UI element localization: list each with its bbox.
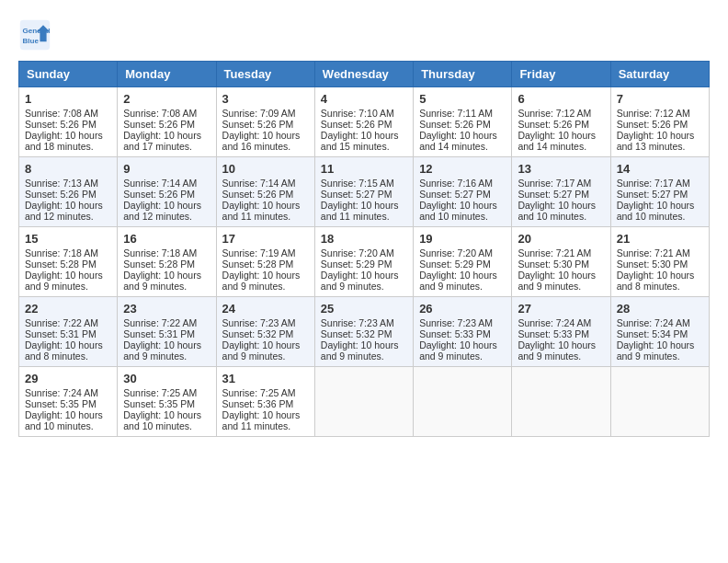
calendar-body: 1 Sunrise: 7:08 AM Sunset: 5:26 PM Dayli… bbox=[19, 87, 710, 437]
daylight: Daylight: 10 hours and 9 minutes. bbox=[123, 339, 201, 362]
calendar-cell bbox=[314, 367, 413, 437]
calendar-cell: 22 Sunrise: 7:22 AM Sunset: 5:31 PM Dayl… bbox=[19, 297, 118, 367]
sunset: Sunset: 5:36 PM bbox=[222, 398, 294, 409]
daylight: Daylight: 10 hours and 9 minutes. bbox=[419, 270, 497, 292]
calendar-cell: 13 Sunrise: 7:17 AM Sunset: 5:27 PM Dayl… bbox=[512, 157, 610, 227]
day-number: 18 bbox=[321, 232, 407, 246]
daylight: Daylight: 10 hours and 13 minutes. bbox=[617, 130, 695, 152]
calendar-row: 22 Sunrise: 7:22 AM Sunset: 5:31 PM Dayl… bbox=[19, 297, 710, 367]
sunset: Sunset: 5:26 PM bbox=[222, 119, 294, 130]
daylight: Daylight: 10 hours and 9 minutes. bbox=[222, 270, 301, 292]
calendar-cell: 2 Sunrise: 7:08 AM Sunset: 5:26 PM Dayli… bbox=[118, 87, 216, 157]
calendar-cell bbox=[610, 367, 709, 437]
day-number: 28 bbox=[617, 302, 703, 316]
calendar-cell: 27 Sunrise: 7:24 AM Sunset: 5:33 PM Dayl… bbox=[512, 297, 610, 367]
svg-text:Blue: Blue bbox=[23, 37, 40, 45]
daylight: Daylight: 10 hours and 11 minutes. bbox=[222, 409, 301, 431]
daylight: Daylight: 10 hours and 12 minutes. bbox=[25, 200, 103, 222]
calendar-cell: 30 Sunrise: 7:25 AM Sunset: 5:35 PM Dayl… bbox=[118, 367, 216, 437]
sunrise: Sunrise: 7:20 AM bbox=[321, 247, 394, 259]
sunrise: Sunrise: 7:23 AM bbox=[321, 317, 394, 328]
sunrise: Sunrise: 7:10 AM bbox=[321, 108, 394, 119]
sunrise: Sunrise: 7:14 AM bbox=[222, 178, 296, 189]
day-number: 25 bbox=[321, 302, 407, 316]
calendar-cell: 20 Sunrise: 7:21 AM Sunset: 5:30 PM Dayl… bbox=[512, 227, 610, 297]
weekday-wednesday: Wednesday bbox=[314, 62, 413, 87]
sunset: Sunset: 5:35 PM bbox=[25, 398, 97, 409]
sunset: Sunset: 5:34 PM bbox=[617, 328, 688, 339]
sunset: Sunset: 5:29 PM bbox=[321, 259, 392, 270]
calendar-row: 29 Sunrise: 7:24 AM Sunset: 5:35 PM Dayl… bbox=[19, 367, 710, 437]
calendar-cell: 19 Sunrise: 7:20 AM Sunset: 5:29 PM Dayl… bbox=[414, 227, 512, 297]
sunset: Sunset: 5:26 PM bbox=[25, 119, 97, 130]
sunset: Sunset: 5:26 PM bbox=[617, 119, 688, 130]
weekday-thursday: Thursday bbox=[414, 62, 512, 87]
sunrise: Sunrise: 7:24 AM bbox=[518, 317, 591, 328]
sunset: Sunset: 5:29 PM bbox=[419, 259, 491, 270]
daylight: Daylight: 10 hours and 9 minutes. bbox=[222, 339, 301, 362]
sunrise: Sunrise: 7:12 AM bbox=[617, 108, 690, 119]
sunset: Sunset: 5:26 PM bbox=[25, 189, 97, 200]
sunset: Sunset: 5:28 PM bbox=[25, 259, 97, 270]
sunrise: Sunrise: 7:16 AM bbox=[419, 178, 493, 189]
daylight: Daylight: 10 hours and 9 minutes. bbox=[617, 339, 695, 362]
sunset: Sunset: 5:30 PM bbox=[617, 259, 688, 270]
day-number: 27 bbox=[518, 302, 604, 316]
sunrise: Sunrise: 7:21 AM bbox=[617, 247, 690, 259]
calendar-cell bbox=[414, 367, 512, 437]
calendar-cell: 25 Sunrise: 7:23 AM Sunset: 5:32 PM Dayl… bbox=[314, 297, 413, 367]
daylight: Daylight: 10 hours and 11 minutes. bbox=[321, 200, 399, 222]
page-header: General Blue bbox=[18, 18, 710, 52]
weekday-monday: Monday bbox=[118, 62, 216, 87]
daylight: Daylight: 10 hours and 11 minutes. bbox=[222, 200, 301, 222]
day-number: 29 bbox=[25, 372, 111, 385]
sunset: Sunset: 5:32 PM bbox=[321, 328, 392, 339]
daylight: Daylight: 10 hours and 12 minutes. bbox=[123, 200, 201, 222]
weekday-header-row: SundayMondayTuesdayWednesdayThursdayFrid… bbox=[19, 62, 710, 87]
daylight: Daylight: 10 hours and 15 minutes. bbox=[321, 130, 399, 152]
day-number: 7 bbox=[617, 92, 703, 106]
day-number: 13 bbox=[518, 162, 604, 176]
sunrise: Sunrise: 7:15 AM bbox=[321, 178, 394, 189]
weekday-saturday: Saturday bbox=[610, 62, 709, 87]
sunrise: Sunrise: 7:17 AM bbox=[518, 178, 591, 189]
day-number: 24 bbox=[222, 302, 309, 316]
daylight: Daylight: 10 hours and 10 minutes. bbox=[25, 409, 103, 431]
daylight: Daylight: 10 hours and 14 minutes. bbox=[518, 130, 596, 152]
sunset: Sunset: 5:32 PM bbox=[222, 328, 294, 339]
day-number: 19 bbox=[419, 232, 506, 246]
sunrise: Sunrise: 7:25 AM bbox=[222, 387, 296, 398]
calendar-cell: 3 Sunrise: 7:09 AM Sunset: 5:26 PM Dayli… bbox=[216, 87, 314, 157]
day-number: 31 bbox=[222, 372, 309, 385]
calendar-cell: 17 Sunrise: 7:19 AM Sunset: 5:28 PM Dayl… bbox=[216, 227, 314, 297]
daylight: Daylight: 10 hours and 9 minutes. bbox=[321, 270, 399, 292]
calendar-cell: 12 Sunrise: 7:16 AM Sunset: 5:27 PM Dayl… bbox=[414, 157, 512, 227]
sunset: Sunset: 5:26 PM bbox=[123, 189, 195, 200]
sunrise: Sunrise: 7:09 AM bbox=[222, 108, 296, 119]
sunrise: Sunrise: 7:24 AM bbox=[25, 387, 98, 398]
calendar-cell: 29 Sunrise: 7:24 AM Sunset: 5:35 PM Dayl… bbox=[19, 367, 118, 437]
day-number: 26 bbox=[419, 302, 506, 316]
day-number: 14 bbox=[617, 162, 703, 176]
calendar-cell: 10 Sunrise: 7:14 AM Sunset: 5:26 PM Dayl… bbox=[216, 157, 314, 227]
calendar-cell: 24 Sunrise: 7:23 AM Sunset: 5:32 PM Dayl… bbox=[216, 297, 314, 367]
sunrise: Sunrise: 7:24 AM bbox=[617, 317, 690, 328]
sunrise: Sunrise: 7:18 AM bbox=[123, 247, 197, 259]
daylight: Daylight: 10 hours and 9 minutes. bbox=[419, 339, 497, 362]
sunrise: Sunrise: 7:22 AM bbox=[123, 317, 197, 328]
weekday-tuesday: Tuesday bbox=[216, 62, 314, 87]
daylight: Daylight: 10 hours and 14 minutes. bbox=[419, 130, 497, 152]
day-number: 15 bbox=[25, 232, 111, 246]
day-number: 23 bbox=[123, 302, 210, 316]
calendar-cell: 16 Sunrise: 7:18 AM Sunset: 5:28 PM Dayl… bbox=[118, 227, 216, 297]
sunset: Sunset: 5:30 PM bbox=[518, 259, 589, 270]
sunset: Sunset: 5:26 PM bbox=[321, 119, 392, 130]
calendar-cell: 21 Sunrise: 7:21 AM Sunset: 5:30 PM Dayl… bbox=[610, 227, 709, 297]
calendar-cell: 28 Sunrise: 7:24 AM Sunset: 5:34 PM Dayl… bbox=[610, 297, 709, 367]
day-number: 21 bbox=[617, 232, 703, 246]
daylight: Daylight: 10 hours and 8 minutes. bbox=[617, 270, 695, 292]
sunset: Sunset: 5:28 PM bbox=[222, 259, 294, 270]
day-number: 5 bbox=[419, 92, 506, 106]
sunrise: Sunrise: 7:22 AM bbox=[25, 317, 98, 328]
day-number: 11 bbox=[321, 162, 407, 176]
